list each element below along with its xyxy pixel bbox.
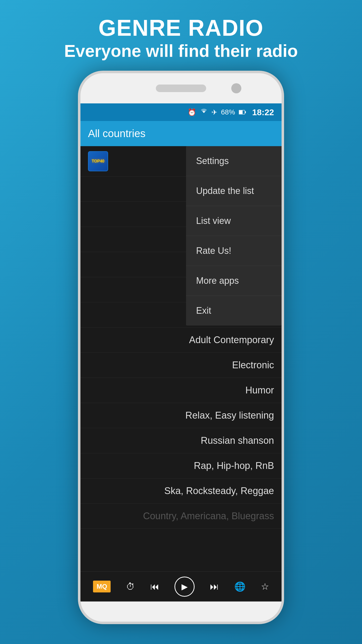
top40-label: TOP40	[92, 159, 104, 164]
status-time: 18:22	[252, 107, 274, 117]
wifi-icon	[200, 108, 208, 116]
menu-item-exit[interactable]: Exit	[186, 296, 282, 326]
dropdown-menu: Settings Update the list List view Rate …	[186, 146, 282, 326]
svg-rect-2	[245, 111, 246, 113]
menu-item-settings[interactable]: Settings	[186, 146, 282, 176]
list-item[interactable]: Relax, Easy listening	[80, 403, 282, 428]
promo-title: GENRE RADIO	[64, 15, 298, 41]
phone-top-bar	[80, 73, 282, 103]
genre-name: Rap, Hip-hop, RnB	[194, 460, 274, 471]
genre-name: Relax, Easy listening	[185, 410, 274, 421]
list-item[interactable]: Adult Contemporary	[80, 328, 282, 353]
status-bar: ⏰ ✈ 68%	[80, 103, 282, 121]
list-item[interactable]: Country, Americana, Bluegrass	[80, 504, 282, 529]
battery-text: 68%	[221, 108, 235, 116]
content-area: TOP40 Music Recommended Rock Pop Metal	[80, 146, 282, 571]
genre-name: Country, Americana, Bluegrass	[143, 511, 274, 521]
genre-name: Electronic	[232, 360, 274, 370]
phone-bottom-bar	[80, 601, 282, 622]
player-bar: MQ ⏱ ⏮ ▶ ⏭ 🌐 ☆	[80, 571, 282, 601]
top40-icon: TOP40	[88, 151, 108, 171]
play-button[interactable]: ▶	[174, 577, 195, 597]
genre-name: Russian shanson	[201, 435, 274, 446]
prev-button[interactable]: ⏮	[150, 581, 159, 592]
menu-item-rate-us[interactable]: Rate Us!	[186, 236, 282, 266]
globe-button[interactable]: 🌐	[234, 581, 246, 592]
list-item[interactable]: Ska, Rocksteady, Reggae	[80, 478, 282, 504]
promo-header: GENRE RADIO Everyone will find their rad…	[64, 0, 298, 71]
list-item[interactable]: Electronic	[80, 353, 282, 378]
genre-name: Ska, Rocksteady, Reggae	[164, 486, 274, 496]
alarm-icon: ⏰	[188, 108, 196, 116]
menu-item-list-view[interactable]: List view	[186, 206, 282, 236]
favorite-button[interactable]: ☆	[261, 581, 269, 592]
phone-camera	[231, 83, 241, 93]
phone-speaker	[156, 85, 206, 92]
status-icons: ⏰ ✈ 68%	[188, 107, 274, 117]
phone-frame: ⏰ ✈ 68%	[78, 71, 284, 624]
list-item[interactable]: Russian shanson	[80, 428, 282, 453]
airplane-icon: ✈	[211, 108, 217, 116]
timer-button[interactable]: ⏱	[126, 581, 135, 592]
phone-screen: ⏰ ✈ 68%	[80, 103, 282, 601]
genre-name: Adult Contemporary	[189, 335, 274, 345]
genre-name: Humor	[245, 385, 274, 395]
battery-icon	[239, 108, 246, 116]
next-button[interactable]: ⏭	[210, 581, 219, 592]
app-bar: All countries	[80, 121, 282, 146]
list-item[interactable]: Humor	[80, 378, 282, 403]
svg-rect-1	[239, 110, 243, 114]
app-bar-title: All countries	[88, 128, 274, 140]
mq-badge[interactable]: MQ	[93, 581, 111, 592]
list-item[interactable]: Rap, Hip-hop, RnB	[80, 453, 282, 478]
menu-item-more-apps[interactable]: More apps	[186, 266, 282, 296]
promo-subtitle: Everyone will find their radio	[64, 41, 298, 61]
menu-item-update-list[interactable]: Update the list	[186, 176, 282, 206]
